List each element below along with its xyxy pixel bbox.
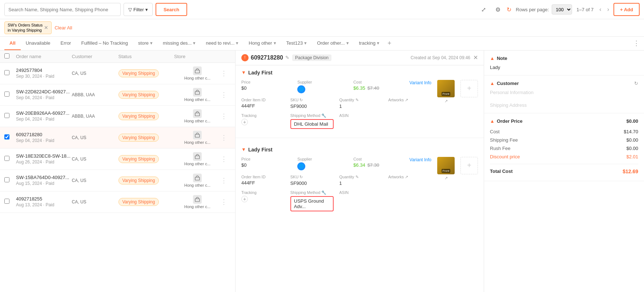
edit-order-icon[interactable]: ✎ xyxy=(285,55,289,60)
tracking-field-1: Tracking + xyxy=(241,113,285,125)
tab-store[interactable]: store ▾ xyxy=(133,37,158,50)
row-more-button[interactable]: ⋮ xyxy=(221,198,227,206)
table-row[interactable]: SW-15BA764D0-40927... Aug 15, 2024 · Pai… xyxy=(0,170,235,191)
order-customer: CA, US xyxy=(72,157,86,162)
store-icon xyxy=(193,195,202,204)
tab-add-button[interactable]: + xyxy=(385,40,394,47)
tab-need-dropdown[interactable]: ▾ xyxy=(236,40,238,46)
select-all-checkbox[interactable] xyxy=(4,53,9,58)
row-checkbox[interactable] xyxy=(4,113,9,118)
row-checkbox[interactable] xyxy=(4,156,9,161)
tab-hong-other[interactable]: Hong other ▾ xyxy=(243,37,281,50)
row-checkbox[interactable] xyxy=(4,92,9,97)
row-more-button[interactable]: ⋮ xyxy=(221,113,227,120)
table-row[interactable]: 6092718280 Sep 04, 2024 · Paid CA, US Va… xyxy=(0,127,235,149)
refresh-icon[interactable]: ↻ xyxy=(507,6,511,13)
shipping-method-field-1[interactable]: Shipping Method 🔧 DHL Global Mail xyxy=(290,113,334,129)
tab-test123-dropdown[interactable]: ▾ xyxy=(304,40,307,46)
status-badge: Varying Shipping xyxy=(118,198,159,206)
order-customer: CA, US xyxy=(72,71,86,76)
artwork-external-link-2[interactable]: ↗ xyxy=(444,176,448,181)
add-artwork-button-2[interactable]: + xyxy=(460,157,478,174)
shipping-method-field-2[interactable]: Shipping Method 🔧 USPS Ground Adv... xyxy=(290,190,334,211)
note-section: ▲ Note Lady xyxy=(484,50,644,76)
tab-order-other[interactable]: Order other... ▾ xyxy=(312,37,354,50)
tab-error[interactable]: Error xyxy=(56,37,76,50)
tab-tracking-dropdown[interactable]: ▾ xyxy=(377,40,379,46)
store-name: Hong other c... xyxy=(184,162,210,166)
col-header-customer: Customer xyxy=(72,54,118,59)
order-name: SW-22D8224DC-60927... xyxy=(16,89,72,94)
add-artwork-button-1[interactable]: + xyxy=(460,80,478,97)
tab-all[interactable]: All xyxy=(4,37,21,50)
clear-all-button[interactable]: Clear All xyxy=(55,25,72,31)
row-checkbox[interactable] xyxy=(4,199,9,204)
filter-button[interactable]: ▽ Filter ▾ xyxy=(124,3,153,16)
collapse-1-button[interactable]: ▼ xyxy=(241,70,246,75)
tracking-add-button-1[interactable]: + xyxy=(241,119,248,125)
tab-hong-dropdown[interactable]: ▾ xyxy=(274,40,276,46)
svg-rect-3 xyxy=(195,134,200,137)
note-collapse-icon[interactable]: ▲ xyxy=(490,56,495,61)
search-input[interactable] xyxy=(4,3,121,16)
tab-missing-dropdown[interactable]: ▾ xyxy=(193,40,196,46)
store-name: Hong other c... xyxy=(184,204,210,209)
prev-page-button[interactable]: ‹ xyxy=(598,5,603,14)
note-text: Lady xyxy=(490,65,638,70)
table-row[interactable]: SW-20EB926AA-60927... Sep 04, 2024 · Pai… xyxy=(0,106,235,127)
row-more-button[interactable]: ⋮ xyxy=(221,177,227,184)
store-icon xyxy=(193,109,202,118)
variant-info-button-1[interactable]: Variant Info xyxy=(410,80,431,85)
shipping-method-box-1[interactable]: DHL Global Mail xyxy=(290,119,334,129)
tab-order-dropdown[interactable]: ▾ xyxy=(346,40,349,46)
expand-button[interactable]: ⤢ xyxy=(478,4,489,15)
row-more-button[interactable]: ⋮ xyxy=(221,134,227,141)
tag-close-button[interactable]: ✕ xyxy=(44,25,48,31)
tab-test123[interactable]: Test123 ▾ xyxy=(281,37,312,50)
search-button[interactable]: Search xyxy=(156,3,187,16)
right-panel: ▲ Note Lady ▲ Customer ↻ Personal Inform… xyxy=(484,50,644,292)
tab-need-to-revi[interactable]: need to revi... ▾ xyxy=(201,37,243,50)
row-checkbox[interactable] xyxy=(4,70,9,75)
tab-store-dropdown[interactable]: ▾ xyxy=(150,40,153,46)
tracking-add-button-2[interactable]: + xyxy=(241,196,248,202)
customer-collapse-icon[interactable]: ▲ xyxy=(490,81,495,86)
rows-per-page-select[interactable]: 100 50 200 xyxy=(552,4,572,15)
variant-info-button-2[interactable]: Variant Info xyxy=(410,157,431,162)
tabs-more-button[interactable]: ⋮ xyxy=(633,39,640,47)
row-checkbox[interactable] xyxy=(4,134,9,139)
row-more-button[interactable]: ⋮ xyxy=(221,91,227,98)
row-more-button[interactable]: ⋮ xyxy=(221,155,227,163)
filter-icon: ▽ xyxy=(128,7,132,12)
row-more-button[interactable]: ⋮ xyxy=(221,70,227,77)
settings-button[interactable]: ⚙ xyxy=(492,4,504,15)
table-row[interactable]: SW-22D8224DC-60927... Sep 04, 2024 · Pai… xyxy=(0,84,235,106)
close-detail-button[interactable]: ✕ xyxy=(473,54,478,61)
tab-fulfilled-no-tracking[interactable]: Fulfilled – No Tracking xyxy=(76,37,133,50)
customer-edit-icon[interactable]: ↻ xyxy=(634,81,638,86)
store-cell: Hong other c... xyxy=(174,88,221,102)
tab-unavailable[interactable]: Unavailable xyxy=(21,37,56,50)
table-row[interactable]: 2492577804 Sep 30, 2024 · Paid CA, US Va… xyxy=(0,63,235,84)
artwork-external-link-1[interactable]: ↗ xyxy=(444,99,448,104)
supplier-icon-2: 🌐 xyxy=(297,162,305,170)
add-button[interactable]: + Add xyxy=(613,3,640,16)
shipping-method-box-2[interactable]: USPS Ground Adv... xyxy=(290,196,334,211)
store-cell: Hong other c... xyxy=(174,109,221,123)
tab-tracking[interactable]: tracking ▾ xyxy=(354,37,385,50)
order-date: Sep 04, 2024 · Paid xyxy=(16,138,72,143)
table-row[interactable]: SW-18E320EC8-SW-18... Aug 26, 2024 · Pai… xyxy=(0,149,235,170)
store-icon xyxy=(193,131,202,139)
order-price-collapse-icon[interactable]: ▲ xyxy=(490,118,495,124)
tab-missing-des[interactable]: missing des... ▾ xyxy=(158,37,201,50)
order-item-id-field-2: Order Item ID 444FF xyxy=(241,175,285,186)
next-page-button[interactable]: › xyxy=(606,5,611,14)
sku-field-1: SKU ↻ SF9000 xyxy=(290,98,334,109)
order-list: Order name Customer Status Store 2492577… xyxy=(0,50,236,292)
order-item-id-field-1: Order Item ID 444FF xyxy=(241,98,285,109)
row-checkbox[interactable] xyxy=(4,177,9,182)
collapse-2-button[interactable]: ▼ xyxy=(241,147,246,152)
table-row[interactable]: 4092718255 Aug 13, 2024 · Paid CA, US Va… xyxy=(0,191,235,213)
store-name: Hong other c... xyxy=(184,76,210,80)
tabs-bar: All Unavailable Error Fulfilled – No Tra… xyxy=(0,37,644,50)
